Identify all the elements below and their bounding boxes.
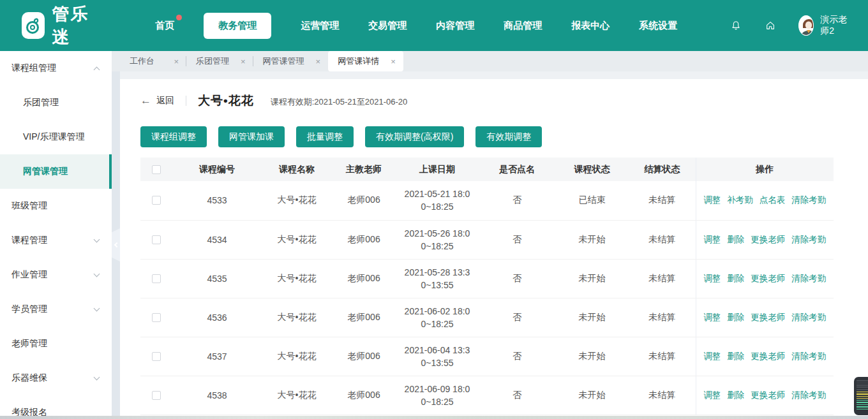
nav-content-management[interactable]: 内容管理 (436, 20, 474, 32)
col-class-date: 上课日期 (396, 158, 479, 181)
chevron-down-icon (94, 374, 100, 380)
avatar[interactable] (798, 15, 814, 36)
home-icon[interactable] (765, 18, 775, 33)
clear-attendance-link[interactable]: 清除考勤 (791, 312, 826, 322)
tab-online-class-detail[interactable]: 网管课详情 × (328, 51, 403, 71)
sidebar-item-course-group-mgmt[interactable]: 课程组管理 (0, 51, 112, 85)
course-group-adjust-button[interactable]: 课程组调整 (140, 126, 207, 147)
validity-adjust-button[interactable]: 有效期调整 (475, 126, 542, 147)
back-button[interactable]: 返回 (156, 95, 174, 107)
table-row: 4537 大号•花花 老师006 2021-06-04 13:30~13:55 … (140, 337, 834, 376)
table-row: 4538 大号•花花 老师006 2021-06-09 18:00~18:25 … (140, 376, 834, 415)
clear-attendance-link[interactable]: 清除考勤 (791, 351, 826, 361)
makeup-attendance-link[interactable]: 补考勤 (727, 195, 753, 205)
nav-product-management[interactable]: 商品管理 (504, 20, 542, 32)
adjust-link[interactable]: 调整 (703, 312, 721, 322)
course-id: 4536 (172, 298, 262, 337)
tab-online-class-mgmt[interactable]: 网管课管理 × (253, 51, 329, 71)
teacher: 老师006 (332, 337, 396, 376)
sidebar-item-student-mgmt[interactable]: 学员管理 (0, 292, 112, 327)
clear-attendance-link[interactable]: 清除考勤 (791, 274, 826, 283)
table-row: 4533 大号•花花 老师006 2021-05-21 18:00~18:25 … (140, 181, 834, 220)
tab-orchestra-mgmt[interactable]: 乐团管理 × (186, 51, 253, 71)
rollcall: 否 (479, 376, 555, 415)
sidebar-item-instrument-maintenance[interactable]: 乐器维保 (0, 361, 112, 395)
sidebar-item-vip-theory-mgmt[interactable]: VIP/乐理课管理 (0, 120, 112, 154)
delete-link[interactable]: 删除 (727, 312, 744, 322)
row-checkbox[interactable] (152, 391, 161, 400)
delete-link[interactable]: 删除 (727, 235, 744, 244)
class-date: 2021-05-28 13:30~13:55 (403, 266, 471, 291)
col-settle-status: 结算状态 (629, 158, 696, 181)
class-date: 2021-06-02 18:00~18:25 (403, 305, 471, 330)
course-id: 4533 (172, 181, 262, 220)
close-icon[interactable]: × (241, 57, 246, 66)
sidebar-collapse-handle[interactable] (112, 228, 120, 261)
nav-report-center[interactable]: 报表中心 (571, 20, 610, 32)
course-name: 大号•花花 (262, 376, 332, 415)
nav-transaction-management[interactable]: 交易管理 (368, 20, 407, 32)
nav-home[interactable]: 首页 (155, 20, 174, 32)
class-date: 2021-06-04 13:30~13:55 (403, 344, 471, 369)
chevron-up-icon (94, 66, 100, 73)
rollcall-sheet-link[interactable]: 点名表 (760, 195, 786, 205)
teacher: 老师006 (332, 181, 396, 220)
course-status: 未开始 (555, 259, 629, 298)
col-operations: 操作 (696, 158, 834, 181)
clear-attendance-link[interactable]: 清除考勤 (791, 235, 826, 244)
settle-status: 未结算 (629, 220, 696, 259)
close-icon[interactable]: × (174, 57, 179, 66)
row-checkbox[interactable] (152, 196, 161, 205)
sidebar-item-online-class-mgmt[interactable]: 网管课管理 (0, 154, 112, 189)
clear-attendance-link[interactable]: 清除考勤 (791, 195, 826, 205)
row-checkbox[interactable] (152, 274, 161, 283)
validity-adjust-admin-button[interactable]: 有效期调整(高权限) (365, 126, 464, 147)
add-online-class-button[interactable]: 网管课加课 (218, 126, 285, 147)
row-checkbox[interactable] (152, 313, 161, 322)
delete-link[interactable]: 删除 (727, 351, 744, 361)
rollcall: 否 (479, 298, 555, 337)
adjust-link[interactable]: 调整 (703, 274, 721, 283)
change-teacher-link[interactable]: 更换老师 (751, 235, 785, 244)
close-icon[interactable]: × (391, 57, 396, 66)
sidebar-item-class-mgmt[interactable]: 班级管理 (0, 189, 112, 223)
sidebar-item-orchestra-mgmt[interactable]: 乐团管理 (0, 85, 112, 120)
nav-system-settings[interactable]: 系统设置 (639, 20, 677, 32)
nav-academic-management[interactable]: 教务管理 (204, 13, 271, 39)
change-teacher-link[interactable]: 更换老师 (751, 274, 785, 283)
tab-workbench[interactable]: 工作台 × (120, 51, 186, 71)
teacher: 老师006 (332, 298, 396, 337)
row-checkbox[interactable] (152, 235, 161, 244)
change-teacher-link[interactable]: 更换老师 (751, 351, 785, 361)
course-id: 4535 (172, 259, 262, 298)
bell-icon[interactable] (731, 18, 741, 33)
clear-attendance-link[interactable]: 清除考勤 (791, 390, 826, 400)
row-checkbox[interactable] (152, 352, 161, 361)
sidebar-gutter (112, 71, 120, 419)
close-icon[interactable]: × (316, 57, 321, 66)
rollcall: 否 (479, 220, 555, 259)
detail-card: ← 返回 大号•花花 课程有效期:2021-05-21至2021-06-20 课… (120, 79, 868, 419)
nav-operations-management[interactable]: 运营管理 (301, 20, 339, 32)
notification-dot (176, 15, 182, 20)
table-row: 4534 大号•花花 老师006 2021-05-26 18:00~18:25 … (140, 220, 834, 259)
back-arrow-icon[interactable]: ← (140, 94, 151, 107)
select-all-checkbox[interactable] (152, 165, 161, 174)
delete-link[interactable]: 删除 (727, 390, 744, 400)
batch-adjust-button[interactable]: 批量调整 (296, 126, 354, 147)
adjust-link[interactable]: 调整 (703, 390, 721, 400)
main-area: 工作台 × 乐团管理 × 网管课管理 × 网管课详情 × ← 返回 大号•花花 … (112, 51, 868, 419)
change-teacher-link[interactable]: 更换老师 (751, 390, 785, 400)
floating-widget[interactable] (854, 377, 868, 415)
change-teacher-link[interactable]: 更换老师 (751, 312, 785, 322)
sidebar-item-homework-mgmt[interactable]: 作业管理 (0, 258, 112, 292)
user-name[interactable]: 演示老师2 (820, 14, 850, 37)
sidebar-item-course-mgmt[interactable]: 课程管理 (0, 223, 112, 258)
top-right-controls: 演示老师2 (707, 14, 850, 37)
delete-link[interactable]: 删除 (727, 274, 744, 283)
adjust-link[interactable]: 调整 (703, 235, 721, 244)
adjust-link[interactable]: 调整 (703, 195, 721, 205)
rollcall: 否 (479, 337, 555, 376)
adjust-link[interactable]: 调整 (703, 351, 721, 361)
sidebar-item-teacher-mgmt[interactable]: 老师管理 (0, 327, 112, 361)
